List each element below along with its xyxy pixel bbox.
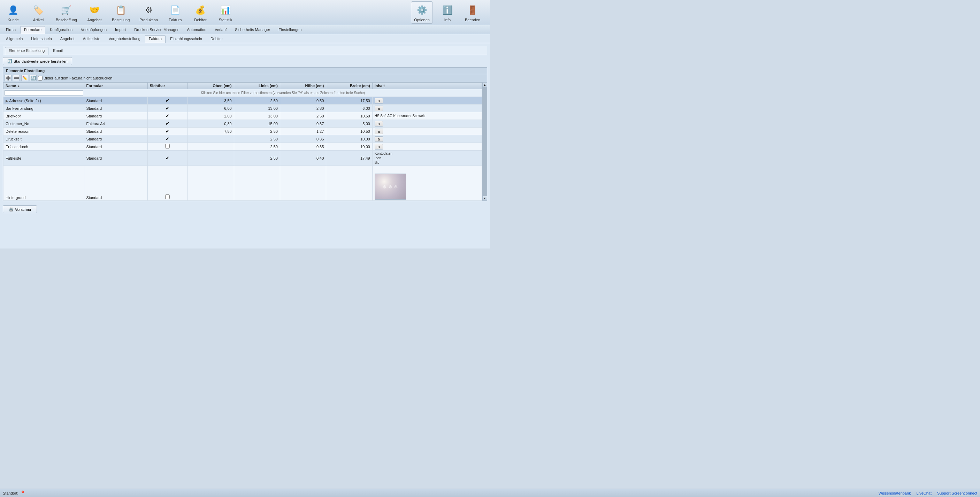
table-row[interactable]: Briefkopf Standard ✔ 2,00 13,00 2,50 10,… (3, 112, 482, 120)
toolbar-produktion-label: Produktion (139, 18, 158, 22)
scrollbar[interactable]: ▲ ▼ (482, 82, 487, 201)
tab-email[interactable]: Email (49, 47, 67, 55)
add-row-btn[interactable]: ➕ (5, 75, 11, 81)
bilder-checkbox-text: Bilder auf dem Faktura nicht ausdrucken (44, 76, 113, 80)
toolbar-angebot-label: Angebot (87, 18, 102, 22)
col-header-formular[interactable]: Formular (84, 83, 147, 89)
table-row[interactable]: Hintergrund Standard (3, 166, 482, 201)
col-header-sichtbar[interactable]: Sichtbar (147, 83, 188, 89)
toolbar-produktion[interactable]: ⚙ Produktion (137, 2, 161, 23)
table-row[interactable]: Bankverbindung Standard ✔ 6,00 13,00 2,8… (3, 105, 482, 112)
toolbar-statistik[interactable]: 📊 Statistik (215, 2, 236, 23)
info-icon: ℹ️ (441, 3, 455, 17)
toolbar-faktura-label: Faktura (169, 18, 181, 22)
col-header-name[interactable]: Name ▲ (3, 83, 84, 89)
cell-breite: 6,00 (326, 105, 372, 112)
cell-oben (188, 151, 234, 166)
kunde-icon: 👤 (6, 3, 20, 17)
cell-links: 13,00 (234, 105, 280, 112)
section-title: Elemente Einstellung (6, 68, 45, 73)
table-scroll-area[interactable]: Name ▲ Formular Sichtbar Oben (cm) Links… (3, 82, 482, 201)
table-row[interactable]: Fußleiste Standard ✔ 2,50 0,40 17,49 Kon… (3, 151, 482, 166)
toolbar-artikel[interactable]: 🏷️ Artikel (28, 2, 49, 23)
toolbar: 👤 Kunde 🏷️ Artikel 🛒 Beschaffung 🤝 Angeb… (0, 0, 490, 25)
table-row[interactable]: Delete reason Standard ✔ 7,80 2,50 1,27 … (3, 127, 482, 135)
toolbar-bestellung-label: Bestellung (112, 18, 130, 22)
cell-oben (188, 143, 234, 151)
toolbar-beenden[interactable]: 🚪 Beenden (462, 2, 483, 23)
toolbar-beschaffung-label: Beschaffung (56, 18, 77, 22)
tab-debitor[interactable]: Debitor (207, 35, 226, 43)
toolbar-angebot[interactable]: 🤝 Angebot (84, 2, 105, 23)
toolbar-statistik-label: Statistik (219, 18, 232, 22)
bilder-checkbox[interactable] (38, 76, 43, 81)
tab-verknupfungen[interactable]: Verknüpfungen (77, 26, 110, 34)
tab-elemente[interactable]: Elemente Einstellung (5, 47, 48, 55)
cell-sichtbar: ✔ (147, 151, 188, 166)
tab-lieferschein[interactable]: Lieferschein (27, 35, 56, 43)
cell-breite: 5,00 (326, 120, 372, 127)
tab-einzahlungsschein[interactable]: Einzahlungsschein (166, 35, 206, 43)
cell-oben (188, 135, 234, 143)
cell-hohe: 0,40 (280, 151, 326, 166)
restore-button[interactable]: 🔄 Standardwerte wiederherstellen (3, 57, 72, 65)
preview-button[interactable]: 🖨️ Vorschau (3, 205, 37, 213)
toolbar-bestellung[interactable]: 📋 Bestellung (109, 2, 132, 23)
bilder-checkbox-label[interactable]: Bilder auf dem Faktura nicht ausdrucken (38, 76, 113, 81)
toolbar-faktura[interactable]: 📄 Faktura (165, 2, 186, 23)
table-row[interactable]: Erfasst durch Standard 2,50 0,35 10,00 a (3, 143, 482, 151)
toolbar-debitor[interactable]: 💰 Debitor (190, 2, 211, 23)
tab-einstellungen[interactable]: Einstellungen (275, 26, 305, 34)
optionen-icon: ⚙️ (415, 3, 429, 17)
cell-links (234, 166, 280, 201)
refresh-btn[interactable]: 🔄 (30, 75, 37, 81)
tab-automation[interactable]: Automation (183, 26, 210, 34)
inhalt-kontodaten-text: KontodatenIbanBic (375, 151, 480, 165)
inhalt-badge: a (375, 129, 383, 134)
cell-formular: Standard (84, 112, 147, 120)
tab-artikelliste[interactable]: Artikelliste (79, 35, 104, 43)
col-header-hohe[interactable]: Höhe (cm) (280, 83, 326, 89)
toolbar-info[interactable]: ℹ️ Info (437, 2, 458, 23)
cell-name: Briefkopf (3, 112, 84, 120)
delete-row-btn[interactable]: ➖ (13, 75, 20, 81)
cell-sichtbar: ✔ (147, 120, 188, 127)
edit-row-btn[interactable]: ✏️ (21, 75, 28, 81)
top-tabs: Firma Formulare Konfiguration Verknüpfun… (0, 25, 490, 34)
sort-icon-name: ▲ (17, 84, 20, 88)
cell-inhalt: a (372, 135, 482, 143)
tab-angebot[interactable]: Angebot (56, 35, 78, 43)
toolbar-beschaffung[interactable]: 🛒 Beschaffung (53, 2, 80, 23)
tab-verlauf[interactable]: Verlauf (211, 26, 231, 34)
toolbar-optionen[interactable]: ⚙️ Optionen (411, 2, 433, 24)
tab-firma[interactable]: Firma (2, 26, 19, 34)
tab-import[interactable]: Import (111, 26, 130, 34)
tab-sicherheits[interactable]: Sicherheits Manager (231, 26, 274, 34)
beschaffung-icon: 🛒 (59, 3, 73, 17)
scroll-down-btn[interactable]: ▼ (482, 196, 487, 201)
table-row[interactable]: ▶ Adresse (Seite 2+) Standard ✔ 3,50 2,5… (3, 97, 482, 105)
tab-allgemein[interactable]: Allgemein (2, 35, 27, 43)
tab-faktura[interactable]: Faktura (145, 35, 165, 43)
scroll-up-btn[interactable]: ▲ (482, 82, 487, 87)
table-row[interactable]: Customer_No Faktura A4 ✔ 0,89 15,00 0,37… (3, 120, 482, 127)
tab-konfiguration[interactable]: Konfiguration (46, 26, 76, 34)
tab-formulare[interactable]: Formulare (20, 26, 45, 34)
cell-name: Erfasst durch (3, 143, 84, 151)
tab-drucken[interactable]: Drucken Service Manager (130, 26, 182, 34)
scroll-thumb (482, 87, 487, 196)
sichtbar-checkbox[interactable] (165, 144, 170, 148)
col-header-breite[interactable]: Breite (cm) (326, 83, 372, 89)
filter-row: Klicken Sie hier um einen Filter zu best… (3, 89, 482, 97)
tab-vorgabebestellung[interactable]: Vorgabebestellung (105, 35, 144, 43)
col-header-links[interactable]: Links (cm) (234, 83, 280, 89)
cell-links: 2,50 (234, 135, 280, 143)
sichtbar-checkbox-hintergrund[interactable] (165, 194, 170, 199)
toolbar-kunde[interactable]: 👤 Kunde (3, 2, 24, 23)
table-row[interactable]: Druckzeit Standard ✔ 2,50 0,35 10,00 a (3, 135, 482, 143)
col-header-oben[interactable]: Oben (cm) (188, 83, 234, 89)
filter-input-name[interactable] (4, 90, 83, 96)
cell-hohe: 0,50 (280, 97, 326, 105)
cell-formular: Faktura A4 (84, 120, 147, 127)
col-header-inhalt[interactable]: Inhalt (372, 83, 482, 89)
